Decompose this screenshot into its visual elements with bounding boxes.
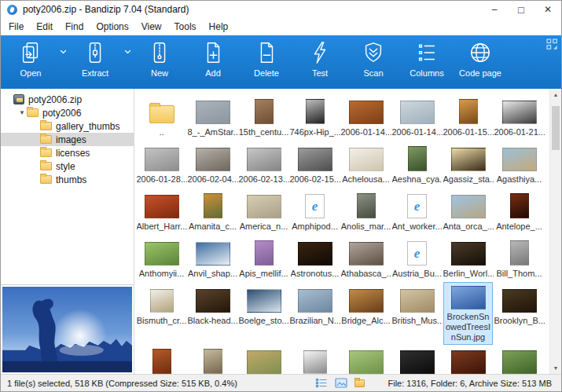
file-item[interactable]: British_Mus... — [391, 279, 443, 326]
bandizip-app-icon — [7, 5, 17, 15]
file-item[interactable]: 2006-01-21... — [494, 90, 545, 137]
file-item[interactable]: Achelousa... — [340, 137, 391, 185]
scroll-down-icon[interactable]: ▼ — [550, 362, 561, 374]
file-item[interactable] — [340, 340, 391, 374]
file-name-label: Agassiz_sta... — [443, 174, 494, 185]
file-list-area: ..8_-_AmStar...15th_centu...746px-Hip_..… — [134, 89, 561, 374]
file-item[interactable]: Berlin_Worl... — [443, 232, 494, 279]
toolbar-new-label: New — [151, 68, 168, 78]
file-name-label: Anvil_shap... — [188, 268, 237, 279]
file-item[interactable]: eAustria_Bu... — [391, 232, 443, 279]
file-item[interactable] — [136, 340, 187, 374]
toolbar-code-page-button[interactable]: Code page — [456, 38, 505, 78]
delete-icon — [255, 41, 278, 64]
file-item-parent-folder[interactable]: .. — [136, 90, 187, 137]
file-item[interactable]: BrockenSnowedTreesInSun.jpg — [443, 279, 494, 326]
sidebar-item-images[interactable]: images — [1, 133, 134, 146]
collapse-icon[interactable]: ▼ — [17, 109, 27, 116]
toolbar-customize-icon[interactable] — [546, 38, 558, 50]
file-item[interactable] — [443, 340, 494, 374]
thumbnail-view-icon[interactable] — [335, 378, 347, 388]
file-item[interactable]: 2006-02-04... — [187, 137, 238, 185]
sidebar-item-licenses[interactable]: licenses — [1, 146, 134, 159]
file-item[interactable]: 2006-01-14... — [340, 90, 391, 137]
scrollbar-thumb[interactable] — [552, 106, 560, 150]
sidebar-item-thumbs[interactable]: thumbs — [1, 173, 134, 186]
file-item[interactable]: Bill_Thom... — [494, 232, 545, 279]
toolbar-add-label: Add — [205, 68, 221, 78]
sidebar-item-style[interactable]: style — [1, 159, 134, 173]
file-thumbnail — [298, 289, 332, 313]
toolbar-test-button[interactable]: Test — [296, 38, 344, 78]
toolbar: OpenExtractNewAddDeleteTestScanColumnsCo… — [1, 35, 561, 89]
file-item[interactable]: Agasthiya... — [494, 137, 545, 185]
file-item[interactable]: 2006-01-28... — [136, 137, 187, 185]
file-item[interactable]: 2006-02-15... — [289, 137, 340, 185]
file-item[interactable]: Antelope_... — [494, 185, 545, 232]
file-item[interactable]: Astronotus... — [289, 232, 340, 279]
file-thumbnail — [196, 101, 230, 124]
file-item[interactable]: Black-head... — [187, 279, 238, 326]
file-item[interactable] — [494, 340, 545, 374]
file-item[interactable]: Boelge_sto... — [238, 279, 289, 326]
file-grid-row: Bismuth_cr...Black-head...Boelge_sto...B… — [136, 279, 549, 326]
file-item[interactable]: 2006-01-14... — [391, 90, 443, 137]
toolbar-delete-button[interactable]: Delete — [242, 38, 291, 78]
file-name-label: 2006-02-15... — [290, 174, 340, 185]
file-item[interactable]: Albert_Harr... — [136, 185, 187, 232]
file-item[interactable]: 8_-_AmStar... — [187, 90, 238, 137]
file-item[interactable]: Brooklyn_B... — [494, 279, 545, 326]
file-item[interactable]: Anthomyii... — [136, 232, 187, 279]
toolbar-extract-button[interactable]: Extract — [71, 38, 119, 78]
file-item[interactable] — [391, 340, 443, 374]
file-thumbnail — [349, 101, 384, 124]
file-item[interactable]: eAnt_worker... — [391, 185, 443, 232]
file-item[interactable]: 2006-02-13... — [238, 137, 289, 185]
file-item[interactable]: 15th_centu... — [238, 90, 289, 137]
sidebar-item-poty2006-zip[interactable]: poty2006.zip — [1, 93, 134, 106]
file-thumbnail — [459, 99, 478, 124]
file-item[interactable]: Apis_mellif... — [238, 232, 289, 279]
menu-help[interactable]: Help — [203, 18, 235, 35]
menu-tools[interactable]: Tools — [168, 18, 203, 35]
menu-find[interactable]: Find — [59, 18, 90, 35]
file-item[interactable]: Aeshna_cya... — [391, 137, 443, 185]
menu-options[interactable]: Options — [90, 18, 134, 35]
sidebar-item-poty2006[interactable]: ▼poty2006 — [1, 106, 134, 119]
menu-edit[interactable]: Edit — [30, 18, 59, 35]
file-item[interactable]: Brazilian_N... — [289, 279, 340, 326]
toolbar-scan-button[interactable]: Scan — [349, 38, 398, 78]
file-item[interactable] — [238, 340, 289, 374]
sidebar-item-gallery_thumbs[interactable]: gallery_thumbs — [1, 119, 134, 133]
toolbar-new-button[interactable]: New — [135, 38, 184, 78]
toolbar-add-button[interactable]: Add — [189, 38, 237, 78]
file-name-label: Anta_orca_... — [443, 221, 494, 232]
toolbar-open-button[interactable]: Open — [6, 38, 55, 78]
file-item[interactable]: Amanita_c... — [187, 185, 238, 232]
maximize-button[interactable]: □ — [508, 1, 534, 18]
open-folder-icon[interactable] — [354, 379, 365, 387]
menu-view[interactable]: View — [135, 18, 168, 35]
vertical-scrollbar[interactable]: ▲ ▼ — [549, 89, 561, 374]
file-item[interactable]: America_n... — [238, 185, 289, 232]
file-item[interactable]: 746px-Hip_... — [289, 90, 340, 137]
file-item[interactable]: Bridge_Alc... — [340, 279, 391, 326]
details-view-icon[interactable] — [315, 378, 328, 388]
minimize-button[interactable]: – — [481, 1, 508, 18]
file-item[interactable]: eAmphipod... — [289, 185, 340, 232]
chevron-down-icon[interactable] — [122, 49, 133, 54]
file-item[interactable]: Athabasca_... — [340, 232, 391, 279]
file-item[interactable]: Anvil_shap... — [187, 232, 238, 279]
file-item[interactable]: Bismuth_cr... — [136, 279, 187, 326]
menu-file[interactable]: File — [2, 18, 30, 35]
file-item[interactable]: Anta_orca_... — [443, 185, 494, 232]
chevron-down-icon[interactable] — [57, 49, 68, 54]
file-item[interactable] — [187, 340, 238, 374]
file-item[interactable]: Agassiz_sta... — [443, 137, 494, 185]
scroll-up-icon[interactable]: ▲ — [550, 89, 561, 101]
toolbar-columns-button[interactable]: Columns — [402, 38, 451, 78]
file-item[interactable]: Anolis_mar... — [340, 185, 391, 232]
file-item[interactable]: 2006-01-15... — [443, 90, 494, 137]
file-item[interactable] — [289, 340, 340, 374]
close-button[interactable]: ✕ — [534, 1, 561, 18]
